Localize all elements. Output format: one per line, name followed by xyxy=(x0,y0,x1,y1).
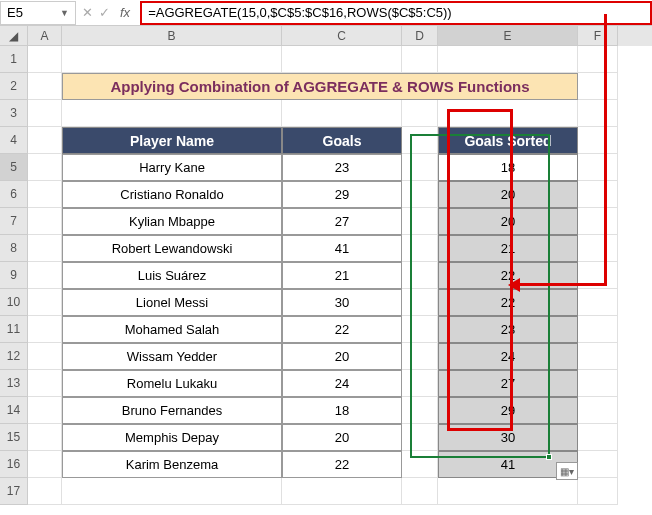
header-goals: Goals xyxy=(282,127,402,154)
sorted-cell[interactable]: 30 xyxy=(438,424,578,451)
accept-icon[interactable]: ✓ xyxy=(99,5,110,20)
goals-cell[interactable]: 22 xyxy=(282,316,402,343)
column-headers: ◢ A B C D E F xyxy=(0,26,652,46)
row-header[interactable]: 5 xyxy=(0,154,28,181)
goals-cell[interactable]: 20 xyxy=(282,343,402,370)
cell-grid[interactable]: Applying Combination of AGGREGATE & ROWS… xyxy=(28,46,652,505)
row-header[interactable]: 17 xyxy=(0,478,28,505)
formula-controls: ✕ ✓ fx xyxy=(76,5,140,20)
player-cell[interactable]: Robert Lewandowski xyxy=(62,235,282,262)
row-header[interactable]: 9 xyxy=(0,262,28,289)
formula-bar-input[interactable]: =AGGREGATE(15,0,$C$5:$C$16,ROWS($C$5:C5)… xyxy=(140,1,652,25)
sorted-cell[interactable]: 24 xyxy=(438,343,578,370)
row-header[interactable]: 15 xyxy=(0,424,28,451)
goals-cell[interactable]: 22 xyxy=(282,451,402,478)
sorted-cell[interactable]: 22 xyxy=(438,262,578,289)
row-header[interactable]: 16 xyxy=(0,451,28,478)
sorted-cell[interactable]: 23 xyxy=(438,316,578,343)
row-header[interactable]: 7 xyxy=(0,208,28,235)
row-header[interactable]: 13 xyxy=(0,370,28,397)
goals-cell[interactable]: 30 xyxy=(282,289,402,316)
player-cell[interactable]: Memphis Depay xyxy=(62,424,282,451)
row-header[interactable]: 14 xyxy=(0,397,28,424)
player-cell[interactable]: Harry Kane xyxy=(62,154,282,181)
player-cell[interactable]: Romelu Lukaku xyxy=(62,370,282,397)
row-header[interactable]: 2 xyxy=(0,73,28,100)
player-cell[interactable]: Mohamed Salah xyxy=(62,316,282,343)
goals-cell[interactable]: 18 xyxy=(282,397,402,424)
row-header[interactable]: 3 xyxy=(0,100,28,127)
player-cell[interactable]: Wissam Yedder xyxy=(62,343,282,370)
cancel-icon[interactable]: ✕ xyxy=(82,5,93,20)
chevron-down-icon[interactable]: ▼ xyxy=(60,8,69,18)
row-header[interactable]: 1 xyxy=(0,46,28,73)
col-header[interactable]: A xyxy=(28,26,62,46)
row-headers: 1 2 3 4 5 6 7 8 9 10 11 12 13 14 15 16 1… xyxy=(0,46,28,505)
sorted-cell[interactable]: 21 xyxy=(438,235,578,262)
goals-cell[interactable]: 29 xyxy=(282,181,402,208)
goals-cell[interactable]: 41 xyxy=(282,235,402,262)
goals-cell[interactable]: 27 xyxy=(282,208,402,235)
sorted-cell[interactable]: 18 xyxy=(438,154,578,181)
row-header[interactable]: 11 xyxy=(0,316,28,343)
goals-cell[interactable]: 24 xyxy=(282,370,402,397)
name-box-value: E5 xyxy=(7,5,23,20)
sorted-cell[interactable]: 20 xyxy=(438,181,578,208)
goals-cell[interactable]: 21 xyxy=(282,262,402,289)
row-header[interactable]: 8 xyxy=(0,235,28,262)
sorted-cell[interactable]: 27 xyxy=(438,370,578,397)
worksheet-area: ◢ A B C D E F 1 2 3 4 5 6 7 8 9 10 11 12… xyxy=(0,26,652,505)
sorted-cell[interactable]: 20 xyxy=(438,208,578,235)
row-header[interactable]: 10 xyxy=(0,289,28,316)
col-header[interactable]: D xyxy=(402,26,438,46)
col-header[interactable]: F xyxy=(578,26,618,46)
goals-cell[interactable]: 23 xyxy=(282,154,402,181)
sorted-cell[interactable]: 29 xyxy=(438,397,578,424)
autofill-options-button[interactable]: ▦▾ xyxy=(556,462,578,480)
select-all-corner[interactable]: ◢ xyxy=(0,26,28,46)
row-header[interactable]: 12 xyxy=(0,343,28,370)
fx-icon[interactable]: fx xyxy=(120,5,130,20)
player-cell[interactable]: Bruno Fernandes xyxy=(62,397,282,424)
player-cell[interactable]: Kylian Mbappe xyxy=(62,208,282,235)
row-header[interactable]: 6 xyxy=(0,181,28,208)
player-cell[interactable]: Cristiano Ronaldo xyxy=(62,181,282,208)
formula-bar-row: E5 ▼ ✕ ✓ fx =AGGREGATE(15,0,$C$5:$C$16,R… xyxy=(0,0,652,26)
header-player: Player Name xyxy=(62,127,282,154)
formula-text: =AGGREGATE(15,0,$C$5:$C$16,ROWS($C$5:C5)… xyxy=(148,5,452,20)
col-header[interactable]: C xyxy=(282,26,402,46)
sheet-title: Applying Combination of AGGREGATE & ROWS… xyxy=(62,73,578,100)
player-cell[interactable]: Lionel Messi xyxy=(62,289,282,316)
row-header[interactable]: 4 xyxy=(0,127,28,154)
goals-cell[interactable]: 20 xyxy=(282,424,402,451)
col-header[interactable]: B xyxy=(62,26,282,46)
player-cell[interactable]: Luis Suárez xyxy=(62,262,282,289)
name-box[interactable]: E5 ▼ xyxy=(0,1,76,25)
sorted-cell[interactable]: 22 xyxy=(438,289,578,316)
header-sorted: Goals Sorted xyxy=(438,127,578,154)
col-header[interactable]: E xyxy=(438,26,578,46)
player-cell[interactable]: Karim Benzema xyxy=(62,451,282,478)
